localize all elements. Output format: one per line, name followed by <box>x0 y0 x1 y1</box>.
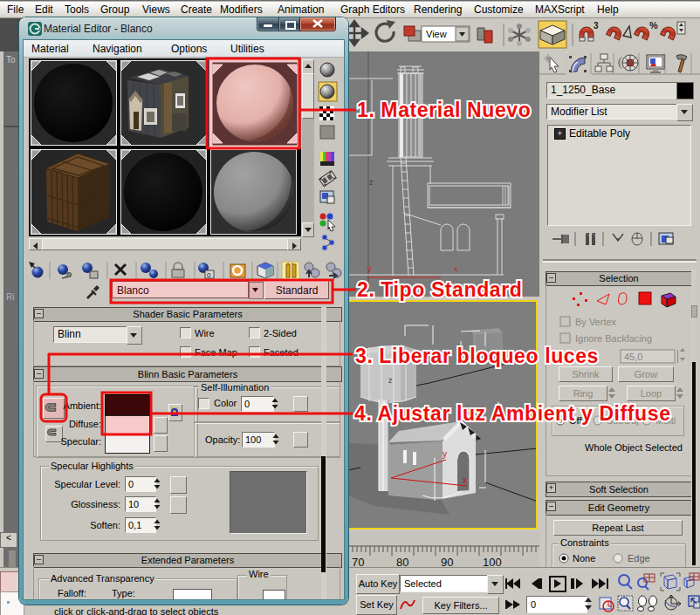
svg-text:%: % <box>649 20 658 31</box>
svg-text:By Vertex: By Vertex <box>575 317 617 327</box>
svg-text:Multi: Multi <box>655 415 676 426</box>
svg-text:z: z <box>388 376 393 385</box>
svg-text:70: 70 <box>352 556 364 567</box>
svg-text:x: x <box>454 264 458 273</box>
svg-text:45,0: 45,0 <box>624 352 642 362</box>
svg-text:80: 80 <box>396 556 408 567</box>
svg-text:100: 100 <box>483 556 502 567</box>
svg-text:Off: Off <box>569 415 582 426</box>
svg-text:Edge: Edge <box>628 553 650 564</box>
svg-text:z: z <box>369 178 374 187</box>
svg-text:y: y <box>443 449 447 459</box>
svg-text:None: None <box>573 553 595 564</box>
svg-text:90: 90 <box>441 556 453 567</box>
svg-text:View: View <box>426 29 447 39</box>
svg-text:Ignore Backfacing: Ignore Backfacing <box>575 333 652 344</box>
svg-text:3: 3 <box>594 21 599 31</box>
svg-text:0: 0 <box>207 271 211 279</box>
svg-text:x: x <box>463 475 467 485</box>
svg-text:SubObj: SubObj <box>607 415 639 426</box>
svg-text:y: y <box>367 264 372 273</box>
